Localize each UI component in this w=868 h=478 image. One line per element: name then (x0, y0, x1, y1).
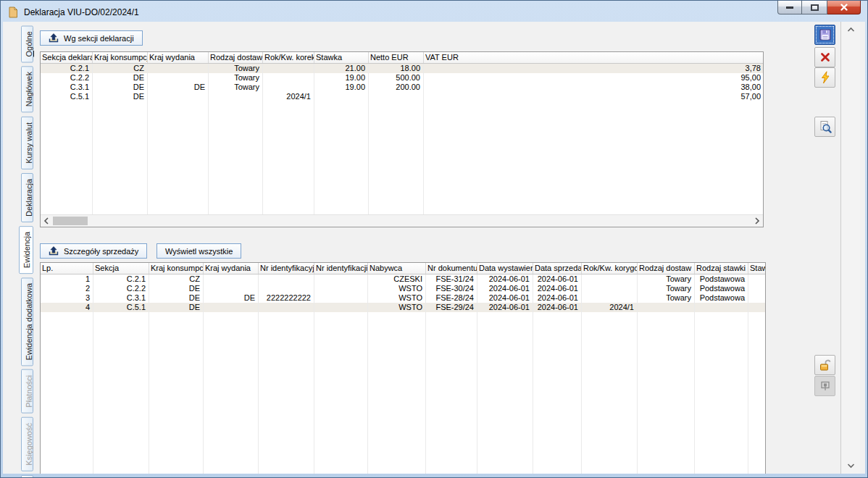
column-header-netto-eur[interactable]: Netto EUR (369, 52, 424, 63)
table-row[interactable]: C.3.1DEDETowary19.00200.0038,00 (41, 83, 763, 92)
scroll-down-icon[interactable] (841, 460, 860, 471)
close-button[interactable] (827, 1, 861, 14)
column-header-rok-kw-korygowany[interactable]: Rok/Kw. korygowany (582, 263, 638, 274)
column-header-stawka[interactable]: Stawka (314, 52, 369, 63)
column-header-data-sprzedaży[interactable]: Data sprzedaży (533, 263, 582, 274)
column-header-sekcja[interactable]: Sekcja (93, 263, 149, 274)
column-header-rok-kw-korekty[interactable]: Rok/Kw. korekty (263, 52, 314, 63)
table-cell (314, 284, 368, 293)
tab-kursy-walut[interactable]: Kursy walut (21, 117, 33, 169)
table-cell: 2024-06-01 (533, 284, 582, 293)
column-header-rodzaj-stawki[interactable]: Rodzaj stawki (695, 263, 748, 274)
table-header-row: Lp.SekcjaKraj konsumpcjiKraj wydaniaNr i… (41, 263, 765, 274)
table-cell (748, 303, 765, 312)
table-cell: WSTO (368, 293, 426, 303)
save-button[interactable] (814, 25, 835, 45)
table-row[interactable]: 3C.3.1DEDE2222222222WSTOFSE-28/242024-06… (41, 293, 765, 303)
table-empty-area (41, 101, 763, 214)
table-cell (259, 274, 314, 284)
table-row[interactable]: 4C.5.1DEWSTOFSE-29/242024-06-012024-06-0… (41, 303, 765, 312)
scroll-left-icon[interactable] (41, 215, 52, 227)
scrollbar-thumb[interactable] (53, 217, 88, 225)
delete-button[interactable] (814, 47, 835, 67)
column-header-rodzaj-dostaw[interactable]: Rodzaj dostaw (638, 263, 695, 274)
column-header-stawka[interactable]: Stawka (748, 263, 765, 274)
column-header-nr-identyfikacyjny[interactable]: Nr identyfikacyjny (259, 263, 314, 274)
column-header-kraj-wydania[interactable]: Kraj wydania (204, 263, 259, 274)
szczegoly-sprzedazy-button[interactable]: Szczegóły sprzedaży (40, 243, 147, 259)
scroll-up-icon[interactable] (841, 24, 860, 35)
table-cell (148, 73, 209, 83)
maximize-icon (811, 4, 819, 11)
pin-icon (819, 380, 831, 392)
column-header-nabywca[interactable]: Nabywca (368, 263, 426, 274)
magnifier-document-icon (819, 120, 832, 133)
window-title: Deklaracja VIU-DO/02/2024/1 (24, 7, 139, 17)
minimize-icon (786, 7, 793, 9)
table-row[interactable]: C.2.2DETowary19.00500.0095,00 (41, 73, 763, 83)
tab-deklaracja[interactable]: Deklaracja (21, 173, 33, 222)
table-cell (204, 284, 259, 293)
table-cell: 95,00 (424, 73, 763, 83)
declaration-window: Deklaracja VIU-DO/02/2024/1 OgólneNagłów… (0, 0, 868, 478)
sales-details-table: Lp.SekcjaKraj konsumpcjiKraj wydaniaNr i… (40, 262, 766, 474)
column-header-nr-identyfikacji[interactable]: Nr identyfikacji (314, 263, 368, 274)
table-cell: 19.00 (314, 83, 369, 92)
table-cell: WSTO (368, 303, 426, 312)
table-cell: DE (149, 303, 204, 312)
table-cell: C.2.1 (41, 64, 93, 73)
table-cell (748, 284, 765, 293)
table-cell: C.2.2 (41, 73, 93, 83)
preview-button[interactable] (814, 117, 835, 137)
table-cell: Towary (638, 274, 695, 284)
column-header-rodzaj-dostaw[interactable]: Rodzaj dostaw (209, 52, 263, 63)
table-row[interactable]: 2C.2.2DEWSTOFSE-30/242024-06-012024-06-0… (41, 284, 765, 293)
table-row[interactable]: C.2.1CZTowary21.0018.003,78 (41, 64, 763, 73)
column-header-nr-dokumentu[interactable]: Nr dokumentu (426, 263, 477, 274)
tab-załączniki[interactable]: Załączniki (21, 475, 33, 478)
maximize-button[interactable] (802, 1, 827, 14)
recalculate-button[interactable] (814, 67, 835, 88)
tab-nagłówek[interactable]: Nagłówek (21, 66, 33, 112)
wg-sekcji-deklaracji-button[interactable]: Wg sekcji deklaracji (40, 30, 143, 46)
table-cell (263, 83, 314, 92)
close-icon (840, 3, 848, 12)
column-header-kraj-wydania[interactable]: Kraj wydania (148, 52, 209, 63)
scroll-right-icon[interactable] (751, 215, 763, 227)
table-cell: 21.00 (314, 64, 369, 73)
tab-ewidencja[interactable]: Ewidencja (19, 226, 33, 274)
lightning-icon (819, 71, 831, 84)
column-header-kraj-konsumpcji[interactable]: Kraj konsumpcji (93, 52, 148, 63)
wg-sekcji-deklaracji-label: Wg sekcji deklaracji (64, 34, 134, 43)
table-cell: CZESKI (368, 274, 426, 284)
table-cell: CZ (149, 274, 204, 284)
wyswietl-wszystkie-button[interactable]: Wyświetl wszystkie (157, 243, 241, 259)
table-cell (314, 92, 369, 101)
table-cell (748, 274, 765, 284)
tab-ogólne[interactable]: Ogólne (21, 25, 33, 62)
table-cell (638, 303, 695, 312)
tab-ewidencja-dodatkowa[interactable]: Ewidencja dodatkowa (21, 277, 33, 366)
floppy-icon (819, 28, 832, 41)
minimize-button[interactable] (777, 1, 802, 14)
table-row[interactable]: C.5.1DE2024/157,00 (41, 92, 763, 101)
column-header-sekcja-deklaracji[interactable]: Sekcja deklaracji (41, 52, 93, 63)
table-cell: C.5.1 (93, 303, 149, 312)
table-cell: 2024/1 (263, 92, 314, 101)
table-cell (582, 274, 638, 284)
table-cell: DE (93, 73, 148, 83)
column-header-kraj-konsumpcji[interactable]: Kraj konsumpcji (149, 263, 204, 274)
table-cell: 2024-06-01 (477, 303, 533, 312)
table-cell (369, 92, 424, 101)
table-row[interactable]: 1C.2.1CZCZESKIFSE-31/242024-06-012024-06… (41, 274, 765, 284)
horizontal-scrollbar[interactable] (41, 214, 763, 227)
table-cell (314, 303, 368, 312)
unlock-button[interactable] (814, 355, 835, 375)
column-header-vat-eur[interactable]: VAT EUR (424, 52, 763, 63)
column-header-data-wystawienia[interactable]: Data wystawienia (477, 263, 533, 274)
vertical-scrollbar[interactable] (840, 22, 860, 474)
export-arrow-icon (49, 33, 59, 43)
table-cell: Podstawowa (695, 293, 748, 303)
column-header-lp-[interactable]: Lp. (41, 263, 93, 274)
table-cell: Towary (209, 83, 263, 92)
